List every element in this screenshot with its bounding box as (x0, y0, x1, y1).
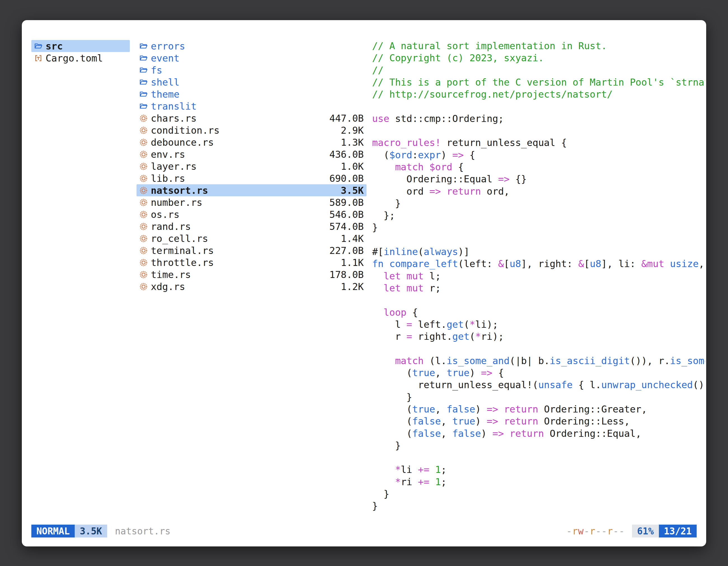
code-line-11: match $ord { (372, 161, 705, 173)
current-item-errors[interactable]: errors (137, 40, 367, 52)
folder-icon (139, 66, 148, 74)
current-item-theme[interactable]: theme (137, 88, 367, 100)
code-line-6 (372, 100, 705, 112)
code-line-21: let mut r; (372, 282, 705, 294)
current-item-condition.rs[interactable]: condition.rs2.9K (137, 124, 367, 136)
code-line-33: (false, false) => return Ordering::Equal… (372, 427, 705, 440)
code-line-22 (372, 294, 705, 306)
file-name: debounce.rs (151, 137, 214, 148)
code-line-34: } (372, 440, 705, 452)
file-size: 3.5K (335, 185, 364, 196)
file-name: fs (151, 65, 162, 76)
file-name: errors (151, 41, 185, 52)
file-name: lib.rs (151, 173, 185, 184)
file-preview-pane[interactable]: // A natural sort implementation in Rust… (372, 40, 705, 517)
file-name: natsort.rs (151, 185, 208, 196)
code-line-2: // Copyright (c) 2023, sxyazi. (372, 52, 705, 64)
current-item-ro_cell.rs[interactable]: ro_cell.rs1.4K (137, 233, 367, 245)
code-line-26 (372, 342, 705, 354)
code-line-18: #[inline(always)] (372, 246, 705, 258)
code-line-9: macro_rules! return_unless_equal { (372, 137, 705, 149)
code-line-14: } (372, 198, 705, 210)
file-size: 178.0B (324, 269, 364, 280)
code-line-38: } (372, 488, 705, 500)
file-size: 227.0B (324, 245, 364, 256)
scroll-percent-badge: 61% (632, 525, 659, 537)
file-name: env.rs (151, 149, 185, 160)
file-size: 690.0B (324, 173, 364, 184)
code-line-23: loop { (372, 306, 705, 318)
code-line-1: // A natural sort implementation in Rust… (372, 40, 705, 52)
rust-icon (139, 247, 148, 255)
code-line-27: match (l.is_some_and(|b| b.is_ascii_digi… (372, 355, 705, 367)
current-item-rand.rs[interactable]: rand.rs574.0B (137, 220, 367, 233)
file-name: xdg.rs (151, 281, 185, 292)
rust-icon (139, 186, 148, 195)
rust-icon (139, 283, 148, 291)
current-item-env.rs[interactable]: env.rs436.0B (137, 148, 367, 160)
current-item-fs[interactable]: fs (137, 64, 367, 76)
rust-icon (139, 210, 148, 219)
file-size: 1.3K (335, 137, 364, 148)
code-line-13: ord => return ord, (372, 186, 705, 198)
current-item-number.rs[interactable]: number.rs589.0B (137, 196, 367, 208)
current-item-time.rs[interactable]: time.rs178.0B (137, 269, 367, 281)
current-item-layer.rs[interactable]: layer.rs1.0K (137, 160, 367, 172)
code-line-10: ($ord:expr) => { (372, 149, 705, 161)
code-line-16: } (372, 222, 705, 234)
cursor-position-badge: 13/21 (659, 525, 697, 537)
rust-icon (139, 198, 148, 207)
file-name: src (46, 41, 63, 52)
code-line-15: }; (372, 210, 705, 222)
file-size: 546.0B (324, 209, 364, 220)
file-permissions: -rw-r--r-- (566, 526, 625, 537)
code-line-8 (372, 125, 705, 137)
parent-item-src[interactable]: src (31, 40, 130, 52)
current-item-os.rs[interactable]: os.rs546.0B (137, 208, 367, 220)
status-bar: NORMAL 3.5K natsort.rs -rw-r--r-- 61% 13… (31, 525, 697, 537)
file-size: 1.2K (335, 281, 364, 292)
code-line-31: (true, false) => return Ordering::Greate… (372, 403, 705, 415)
current-item-throttle.rs[interactable]: throttle.rs1.1K (137, 257, 367, 269)
folder-icon (34, 42, 43, 50)
file-name: ro_cell.rs (151, 233, 208, 244)
current-item-event[interactable]: event (137, 52, 367, 64)
current-item-natsort.rs[interactable]: natsort.rs3.5K (137, 184, 367, 196)
current-item-shell[interactable]: shell (137, 76, 367, 88)
code-line-5: // http://sourcefrog.net/projects/natsor… (372, 88, 705, 100)
file-name: chars.rs (151, 113, 197, 124)
folder-icon (139, 54, 148, 62)
folder-icon (139, 78, 148, 86)
toml-icon (34, 54, 43, 62)
file-name: translit (151, 101, 197, 112)
rust-icon (139, 126, 148, 135)
file-size: 589.0B (324, 197, 364, 208)
current-item-chars.rs[interactable]: chars.rs447.0B (137, 112, 367, 124)
file-size: 436.0B (324, 149, 364, 160)
file-name: condition.rs (151, 125, 220, 136)
parent-item-Cargo.toml[interactable]: Cargo.toml (31, 52, 130, 64)
file-name: terminal.rs (151, 245, 214, 256)
code-line-35 (372, 452, 705, 464)
file-name: shell (151, 77, 179, 88)
current-item-lib.rs[interactable]: lib.rs690.0B (137, 172, 367, 184)
current-item-xdg.rs[interactable]: xdg.rs1.2K (137, 281, 367, 292)
folder-icon (139, 102, 148, 111)
code-line-4: // This is a port of the C version of Ma… (372, 76, 705, 88)
file-name: Cargo.toml (46, 53, 103, 64)
file-name: time.rs (151, 269, 191, 280)
rust-icon (139, 234, 148, 243)
current-item-debounce.rs[interactable]: debounce.rs1.3K (137, 136, 367, 148)
code-line-3: // (372, 64, 705, 76)
current-item-terminal.rs[interactable]: terminal.rs227.0B (137, 245, 367, 257)
mode-badge: NORMAL (31, 525, 75, 537)
code-line-7: use std::cmp::Ordering; (372, 113, 705, 125)
file-size: 1.0K (335, 161, 364, 172)
code-line-20: let mut l; (372, 270, 705, 282)
code-line-25: r = right.get(*ri); (372, 330, 705, 342)
file-size: 1.4K (335, 233, 364, 244)
status-filename: natsort.rs (115, 526, 171, 537)
rust-icon (139, 271, 148, 279)
current-item-translit[interactable]: translit (137, 100, 367, 112)
file-size: 2.9K (335, 125, 364, 136)
